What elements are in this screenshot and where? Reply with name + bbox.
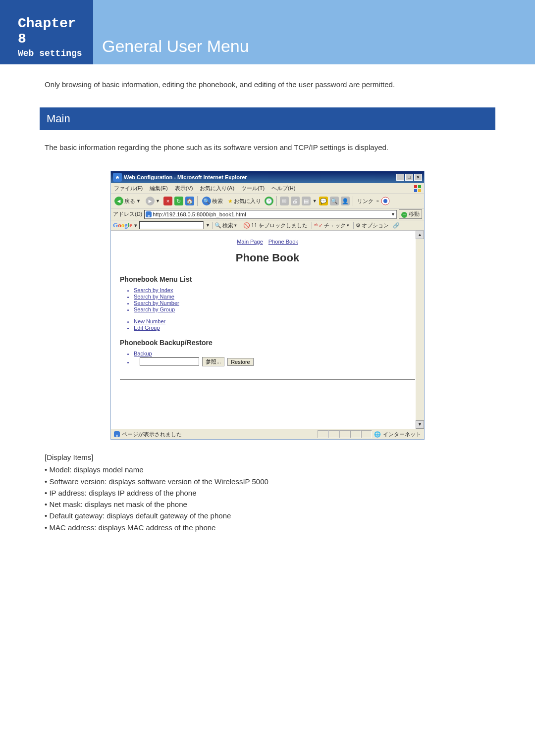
- page-viewport: ▲ ▼ Main Page Phone Book Phone Book Phon…: [111, 231, 424, 429]
- svg-rect-3: [418, 189, 421, 192]
- google-search-btn[interactable]: 🔍 検索 ▾: [212, 222, 239, 229]
- status-pane: [328, 430, 339, 438]
- display-item: Model: displays model name: [45, 464, 490, 475]
- maximize-button[interactable]: □: [405, 174, 413, 181]
- intro-text: Only browsing of basic information, edit…: [45, 79, 490, 91]
- scroll-down-icon[interactable]: ▼: [416, 420, 424, 429]
- status-page-icon: e: [114, 431, 120, 437]
- favorites-button[interactable]: ★ お気に入り: [226, 197, 263, 206]
- browser-screenshot: e Web Configuration - Microsoft Internet…: [110, 171, 425, 440]
- print-icon[interactable]: 🖨: [291, 197, 300, 205]
- status-pane: [361, 430, 372, 438]
- phonebook-search-list: Search by Index Search by Name Search by…: [134, 287, 415, 312]
- google-logo[interactable]: Google: [113, 221, 132, 229]
- backup-list: Backup 参照... Restore: [134, 351, 415, 366]
- go-button[interactable]: → 移動: [399, 209, 422, 219]
- messenger-icon[interactable]: 👤: [341, 197, 350, 205]
- restore-button[interactable]: Restore: [227, 358, 254, 366]
- svg-rect-0: [414, 185, 417, 188]
- svg-point-5: [383, 199, 387, 203]
- nav-main-page[interactable]: Main Page: [237, 239, 263, 245]
- star-icon: ★: [228, 198, 233, 204]
- stop-button[interactable]: ×: [163, 197, 172, 205]
- menu-view[interactable]: 表示(V): [175, 185, 193, 192]
- abc-check-icon: ᵃᵇ✓: [314, 222, 323, 229]
- menu-help[interactable]: ヘルプ(H): [271, 185, 295, 192]
- section-description: The basic information regarding the phon…: [45, 142, 490, 153]
- menu-edit[interactable]: 編集(E): [150, 185, 168, 192]
- google-search-icon: 🔍: [214, 222, 221, 229]
- link-search-index[interactable]: Search by Index: [134, 287, 173, 293]
- go-icon: →: [401, 212, 407, 218]
- menu-tools[interactable]: ツール(T): [241, 185, 265, 192]
- google-link-icon[interactable]: 🔗: [393, 222, 400, 229]
- link-edit-group[interactable]: Edit Group: [134, 325, 160, 331]
- close-button[interactable]: ×: [414, 174, 422, 181]
- google-search-input[interactable]: [139, 221, 204, 229]
- section-heading-main: Main: [40, 107, 495, 130]
- display-item: IP address: displays IP address of the p…: [45, 487, 490, 499]
- search-button[interactable]: 🔍 検索: [201, 196, 224, 206]
- window-title: Web Configuration - Microsoft Internet E…: [124, 174, 247, 180]
- search-icon: 🔍: [202, 197, 211, 205]
- horizontal-rule: [120, 379, 415, 380]
- links-label[interactable]: リンク: [356, 198, 374, 205]
- scroll-up-icon[interactable]: ▲: [416, 231, 424, 239]
- google-check[interactable]: ᵃᵇ✓ チェック ▾: [312, 222, 351, 229]
- mail-icon[interactable]: ✉: [280, 197, 289, 205]
- menu-file[interactable]: ファイル(F): [114, 185, 143, 192]
- internet-zone-icon: 🌐: [374, 431, 381, 438]
- status-bar: e ページが表示されました 🌐 インターネット: [111, 429, 424, 439]
- address-dropdown-icon[interactable]: ▼: [391, 212, 395, 217]
- popup-icon: 🚫: [243, 222, 250, 229]
- discuss-icon[interactable]: 💬: [319, 197, 328, 205]
- history-icon[interactable]: 🕑: [265, 197, 273, 205]
- windows-flag-icon: [413, 184, 422, 193]
- display-item: Net mask: displays net mask of the phone: [45, 499, 490, 510]
- popup-blocker[interactable]: 🚫 11 をブロックしました: [241, 222, 310, 229]
- backup-restore-header: Phonebook Backup/Restore: [120, 339, 415, 347]
- status-pane: [318, 430, 328, 438]
- chapter-block: Chapter 8 Web settings: [0, 0, 93, 64]
- norton-icon[interactable]: [381, 197, 390, 205]
- menu-favorites[interactable]: お気に入り(A): [200, 185, 234, 192]
- page-title: General User Menu: [102, 37, 535, 56]
- link-search-number[interactable]: Search by Number: [134, 300, 179, 306]
- link-search-group[interactable]: Search by Group: [134, 306, 175, 312]
- display-item: Default gateway: displays default gatewa…: [45, 510, 490, 521]
- display-items-block: [Display Items] Model: displays model na…: [45, 452, 490, 533]
- minimize-button[interactable]: _: [396, 174, 404, 181]
- restore-path-input[interactable]: [140, 357, 199, 366]
- research-icon[interactable]: 🔍: [330, 197, 339, 205]
- google-options[interactable]: ⚙ オプション: [353, 222, 391, 229]
- menu-bar: ファイル(F) 編集(E) 表示(V) お気に入り(A) ツール(T) ヘルプ(…: [111, 183, 424, 194]
- back-button[interactable]: ◄ 戻る ▼: [113, 196, 142, 206]
- home-button[interactable]: 🏠: [185, 197, 194, 205]
- options-icon: ⚙: [356, 222, 361, 229]
- browse-button[interactable]: 参照...: [202, 357, 224, 366]
- forward-icon: ►: [146, 197, 155, 205]
- chapter-title: Chapter 8: [18, 16, 89, 47]
- google-toolbar: Google ▾ ▼ 🔍 検索 ▾ 🚫 11 をブロックしました ᵃᵇ✓ チェッ…: [111, 220, 424, 231]
- display-item: Software version: displays software vers…: [45, 476, 490, 487]
- link-backup[interactable]: Backup: [134, 351, 152, 356]
- window-title-bar: e Web Configuration - Microsoft Internet…: [111, 171, 424, 183]
- nav-phone-book[interactable]: Phone Book: [268, 239, 298, 245]
- status-text: ページが表示されました: [122, 431, 182, 438]
- ie-icon: e: [113, 173, 122, 182]
- chapter-subtitle: Web settings: [18, 49, 89, 58]
- refresh-button[interactable]: ↻: [174, 197, 183, 205]
- page-header: Chapter 8 Web settings General User Menu: [0, 0, 535, 64]
- edit-icon[interactable]: ▤: [302, 197, 311, 205]
- address-bar: アドレス(D) e http://192.168.0.5:8000/ph_boo…: [111, 208, 424, 220]
- zone-label: インターネット: [383, 431, 421, 438]
- page-icon: e: [146, 211, 152, 217]
- link-search-name[interactable]: Search by Name: [134, 294, 174, 300]
- display-items-header: [Display Items]: [45, 452, 490, 463]
- link-new-number[interactable]: New Number: [134, 318, 165, 324]
- status-pane: [350, 430, 361, 438]
- address-input[interactable]: e http://192.168.0.5:8000/ph_book1.html …: [144, 210, 397, 219]
- scrollbar[interactable]: ▲ ▼: [416, 231, 424, 429]
- address-label: アドレス(D): [113, 210, 142, 218]
- forward-button[interactable]: ► ▼: [144, 196, 161, 206]
